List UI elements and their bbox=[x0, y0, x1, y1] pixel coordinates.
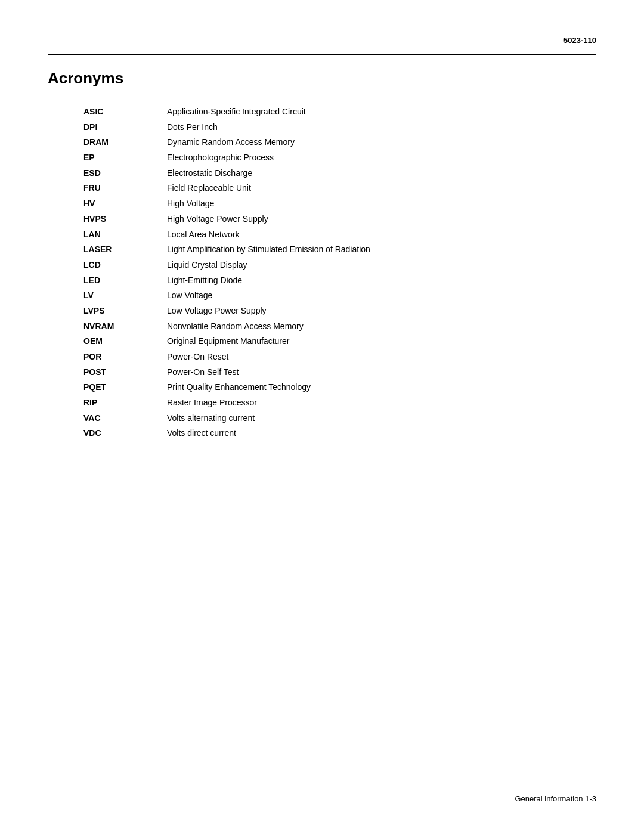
acronym-abbr: HVPS bbox=[83, 212, 155, 227]
acronyms-table: ASICApplication-Specific Integrated Circ… bbox=[83, 104, 632, 441]
table-row: NVRAMNonvolatile Random Access Memory bbox=[83, 319, 632, 335]
acronym-definition: Low Voltage Power Supply bbox=[155, 304, 632, 319]
acronym-abbr: FRU bbox=[83, 181, 155, 196]
table-row: DRAMDynamic Random Access Memory bbox=[83, 135, 632, 150]
acronym-abbr: LV bbox=[83, 288, 155, 304]
acronym-abbr: POST bbox=[83, 365, 155, 380]
acronym-abbr: LCD bbox=[83, 258, 155, 273]
acronym-abbr: DRAM bbox=[83, 135, 155, 150]
acronym-definition: Electrostatic Discharge bbox=[155, 166, 632, 181]
table-row: OEMOriginal Equipment Manufacturer bbox=[83, 334, 632, 349]
table-row: POSTPower-On Self Test bbox=[83, 365, 632, 380]
acronym-definition: Nonvolatile Random Access Memory bbox=[155, 319, 632, 335]
acronym-definition: Power-On Reset bbox=[155, 349, 632, 365]
acronym-definition: Original Equipment Manufacturer bbox=[155, 334, 632, 349]
page-container: 5023-110 Acronyms ASICApplication-Specif… bbox=[0, 0, 644, 833]
acronym-definition: Dynamic Random Access Memory bbox=[155, 135, 632, 150]
acronym-abbr: PQET bbox=[83, 380, 155, 395]
acronym-abbr: OEM bbox=[83, 334, 155, 349]
acronym-definition: High Voltage bbox=[155, 196, 632, 212]
table-row: DPIDots Per Inch bbox=[83, 120, 632, 135]
table-row: ESDElectrostatic Discharge bbox=[83, 166, 632, 181]
acronym-abbr: DPI bbox=[83, 120, 155, 135]
acronym-abbr: LVPS bbox=[83, 304, 155, 319]
table-row: PQETPrint Quality Enhancement Technology bbox=[83, 380, 632, 395]
acronym-abbr: LED bbox=[83, 273, 155, 289]
acronym-abbr: VAC bbox=[83, 411, 155, 426]
acronym-definition: High Voltage Power Supply bbox=[155, 212, 632, 227]
table-row: LANLocal Area Network bbox=[83, 227, 632, 243]
table-row: VACVolts alternating current bbox=[83, 411, 632, 426]
table-row: FRUField Replaceable Unit bbox=[83, 181, 632, 196]
table-row: RIPRaster Image Processor bbox=[83, 395, 632, 411]
acronym-abbr: EP bbox=[83, 150, 155, 166]
table-row: VDCVolts direct current bbox=[83, 426, 632, 441]
acronym-definition: Light-Emitting Diode bbox=[155, 273, 632, 289]
acronym-abbr: NVRAM bbox=[83, 319, 155, 335]
acronym-definition: Light Amplification by Stimulated Emissi… bbox=[155, 242, 632, 258]
footer-text: General information 1-3 bbox=[515, 794, 596, 803]
acronym-abbr: RIP bbox=[83, 395, 155, 411]
acronym-abbr: ESD bbox=[83, 166, 155, 181]
table-row: PORPower-On Reset bbox=[83, 349, 632, 365]
acronym-definition: Power-On Self Test bbox=[155, 365, 632, 380]
acronym-definition: Liquid Crystal Display bbox=[155, 258, 632, 273]
table-row: LCDLiquid Crystal Display bbox=[83, 258, 632, 273]
table-row: LEDLight-Emitting Diode bbox=[83, 273, 632, 289]
acronym-definition: Electrophotographic Process bbox=[155, 150, 632, 166]
acronym-abbr: VDC bbox=[83, 426, 155, 441]
page-title: Acronyms bbox=[48, 69, 596, 88]
table-row: LVPSLow Voltage Power Supply bbox=[83, 304, 632, 319]
table-row: HVHigh Voltage bbox=[83, 196, 632, 212]
acronym-definition: Field Replaceable Unit bbox=[155, 181, 632, 196]
acronym-abbr: HV bbox=[83, 196, 155, 212]
acronym-abbr: ASIC bbox=[83, 104, 155, 120]
acronym-definition: Volts direct current bbox=[155, 426, 632, 441]
acronym-definition: Low Voltage bbox=[155, 288, 632, 304]
acronym-definition: Local Area Network bbox=[155, 227, 632, 243]
table-row: LASERLight Amplification by Stimulated E… bbox=[83, 242, 632, 258]
acronym-definition: Raster Image Processor bbox=[155, 395, 632, 411]
acronym-abbr: POR bbox=[83, 349, 155, 365]
table-row: EPElectrophotographic Process bbox=[83, 150, 632, 166]
table-row: HVPSHigh Voltage Power Supply bbox=[83, 212, 632, 227]
doc-number: 5023-110 bbox=[48, 36, 596, 45]
acronym-abbr: LASER bbox=[83, 242, 155, 258]
acronym-abbr: LAN bbox=[83, 227, 155, 243]
acronym-definition: Application-Specific Integrated Circuit bbox=[155, 104, 632, 120]
acronym-definition: Print Quality Enhancement Technology bbox=[155, 380, 632, 395]
table-row: LVLow Voltage bbox=[83, 288, 632, 304]
acronym-definition: Dots Per Inch bbox=[155, 120, 632, 135]
top-divider bbox=[48, 54, 596, 55]
acronym-definition: Volts alternating current bbox=[155, 411, 632, 426]
table-row: ASICApplication-Specific Integrated Circ… bbox=[83, 104, 632, 120]
